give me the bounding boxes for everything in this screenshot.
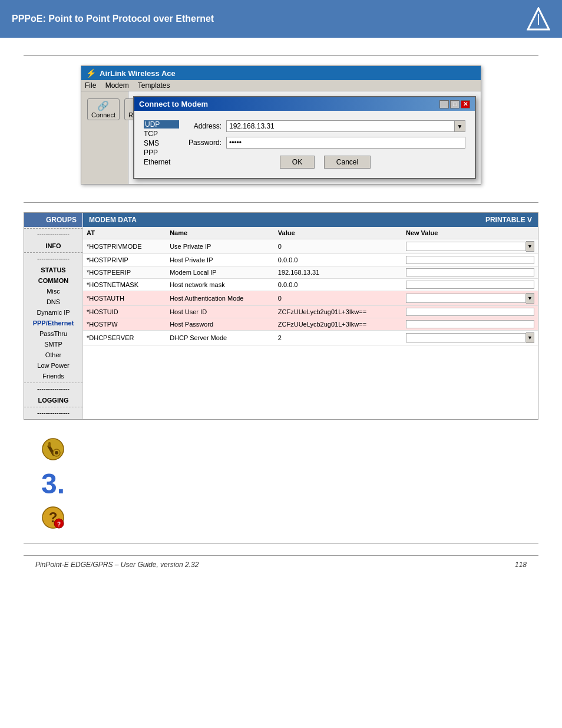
new-value-input[interactable]: [406, 242, 526, 251]
new-value-input[interactable]: [406, 281, 534, 289]
dropdown-container: ▼: [406, 332, 534, 343]
connect-button[interactable]: 🔗 Connect: [87, 98, 120, 120]
sidebar-item-smtp[interactable]: SMTP: [24, 339, 82, 350]
cell-value: 192.168.13.31: [275, 266, 402, 279]
sidebar-item-logging[interactable]: LOGGING: [24, 395, 82, 406]
close-button[interactable]: ✕: [461, 100, 470, 108]
col-at: AT: [83, 227, 166, 239]
sidebar-item-passthru[interactable]: PassThru: [24, 328, 82, 339]
footer-left: PinPoint-E EDGE/GPRS – User Guide, versi…: [35, 561, 199, 569]
sidebar-item-other[interactable]: Other: [24, 350, 82, 360]
cell-name: DHCP Server Mode: [166, 331, 275, 345]
printable-header: PRINTABLE V: [480, 213, 538, 227]
cell-value: ZCFzUUeLycb2ug01L+3Ikw==: [275, 306, 402, 318]
svg-point-2: [42, 439, 64, 460]
dropdown-container: ▼: [406, 293, 534, 304]
sidebar-item-common[interactable]: COMMON: [24, 275, 82, 286]
wrench-icon: [41, 437, 65, 463]
airlink-body: 🔗 Connect 🔄 Refresh Connect to Modem _: [81, 91, 481, 184]
cell-at: *HOSTNETMASK: [83, 279, 166, 291]
groups-header: GROUPS: [24, 213, 83, 227]
cell-value: 0.0.0.0: [275, 254, 402, 266]
new-value-input[interactable]: [406, 268, 534, 276]
cancel-button[interactable]: Cancel: [324, 156, 371, 169]
cell-name: Host Password: [166, 318, 275, 331]
dialog-controls: _ □ ✕: [439, 100, 470, 108]
data-table: AT Name Value New Value *HOSTPRIVMODEUse…: [83, 227, 538, 419]
sidebar-item-misc[interactable]: Misc: [24, 286, 82, 297]
ok-button[interactable]: OK: [280, 156, 315, 169]
table-row: *HOSTPRIVMODEUse Private IP0▼: [83, 239, 538, 254]
table-row: *HOSTPWHost PasswordZCFzUUeLycb2ug01L+3I…: [83, 318, 538, 331]
sidebar-item-info[interactable]: INFO: [24, 241, 82, 251]
airlink-toolbar: 🔗 Connect 🔄 Refresh: [85, 96, 124, 123]
page-content: ⚡ AirLink Wireless Ace File Modem Templa…: [0, 38, 562, 585]
sidebar-item-ppp-ethernet[interactable]: PPP/Ethernet: [24, 318, 82, 328]
dropdown-arrow-icon[interactable]: ▼: [526, 241, 534, 252]
protocol-ppp[interactable]: PPP: [144, 149, 179, 157]
protocol-ethernet[interactable]: Ethernet: [144, 158, 179, 166]
protocol-tcp[interactable]: TCP: [144, 130, 179, 138]
new-value-input[interactable]: [406, 294, 526, 303]
dialog-titlebar: Connect to Modem _ □ ✕: [134, 97, 475, 111]
cell-name: Modem Local IP: [166, 266, 275, 279]
cell-name: Host User ID: [166, 306, 275, 318]
modem-data-table: AT Name Value New Value *HOSTPRIVMODEUse…: [83, 227, 538, 345]
address-dropdown-arrow[interactable]: ▼: [455, 120, 465, 132]
cell-value: 0: [275, 239, 402, 254]
new-value-input[interactable]: [406, 333, 526, 342]
cell-at: *HOSTPEERIP: [83, 266, 166, 279]
sidebar-item-status[interactable]: STATUS: [24, 265, 82, 275]
dialog-form: Address: ▼ Password:: [185, 120, 465, 169]
cell-new-value[interactable]: [402, 318, 538, 331]
menu-modem[interactable]: Modem: [105, 81, 129, 90]
cell-value: 2: [275, 331, 402, 345]
dropdown-arrow-icon[interactable]: ▼: [526, 293, 534, 304]
maximize-button[interactable]: □: [450, 100, 459, 108]
cell-new-value[interactable]: ▼: [402, 291, 538, 306]
bottom-divider: [24, 543, 538, 543]
cell-at: *HOSTPRIVIP: [83, 254, 166, 266]
col-name: Name: [166, 227, 275, 239]
dropdown-arrow-icon[interactable]: ▼: [526, 332, 534, 343]
cell-new-value[interactable]: [402, 254, 538, 266]
menu-file[interactable]: File: [85, 81, 96, 90]
new-value-input[interactable]: [406, 256, 534, 264]
airlink-window-title: AirLink Wireless Ace: [100, 69, 176, 78]
wrench-svg-icon: [41, 437, 65, 461]
table-layout: --------------- INFO --------------- STA…: [24, 227, 538, 419]
dialog-title: Connect to Modem: [139, 100, 208, 108]
modem-table-container: GROUPS MODEM DATA PRINTABLE V ----------…: [24, 212, 538, 420]
sidebar-item-dns[interactable]: DNS: [24, 297, 82, 307]
cell-name: Host Authentication Mode: [166, 291, 275, 306]
footer-right: 118: [515, 561, 527, 569]
airlink-logo-icon: [527, 7, 550, 31]
sidebar-div-1: ---------------: [24, 228, 82, 239]
sidebar-item-friends[interactable]: Friends: [24, 371, 82, 381]
sidebar-item-low-power[interactable]: Low Power: [24, 360, 82, 371]
new-value-input[interactable]: [406, 320, 534, 328]
protocol-sms[interactable]: SMS: [144, 139, 179, 147]
cell-new-value[interactable]: [402, 306, 538, 318]
address-label: Address:: [185, 122, 226, 130]
minimize-button[interactable]: _: [439, 100, 449, 108]
step-number: 3.: [41, 467, 65, 500]
modem-data-header: MODEM DATA: [83, 213, 480, 227]
connect-label: Connect: [91, 111, 115, 118]
cell-new-value[interactable]: [402, 279, 538, 291]
cell-value: ZCFzUUeLycb2ug01L+3Ikw==: [275, 318, 402, 331]
address-input[interactable]: [226, 120, 455, 132]
password-input[interactable]: [226, 137, 465, 149]
dialog-buttons: OK Cancel: [185, 156, 465, 169]
top-divider: [24, 55, 538, 56]
sidebar-item-dynamic-ip[interactable]: Dynamic IP: [24, 307, 82, 318]
protocol-udp[interactable]: UDP: [144, 120, 179, 129]
menu-templates[interactable]: Templates: [138, 81, 170, 90]
cell-new-value[interactable]: ▼: [402, 331, 538, 345]
section3: 3. ? ?: [24, 431, 538, 537]
cell-new-value[interactable]: ▼: [402, 239, 538, 254]
new-value-input[interactable]: [406, 308, 534, 316]
cell-at: *HOSTPRIVMODE: [83, 239, 166, 254]
airlink-menubar: File Modem Templates: [81, 80, 481, 91]
cell-new-value[interactable]: [402, 266, 538, 279]
